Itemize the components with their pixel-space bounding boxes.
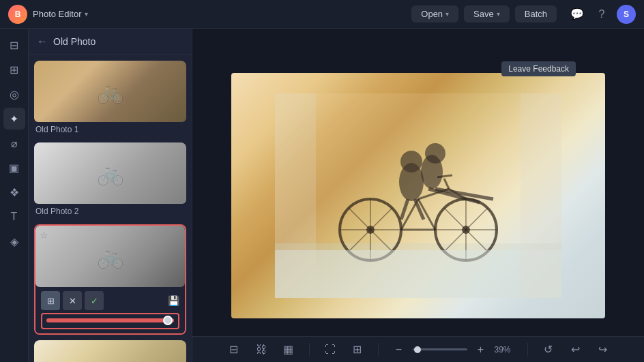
sidebar-back-button[interactable]: ←	[37, 35, 48, 48]
preset-label-2: Old Photo 2	[34, 204, 186, 219]
undo-button[interactable]: ↩	[566, 340, 585, 359]
app-logo: B	[8, 5, 27, 24]
layers-button[interactable]: ⊟	[224, 340, 244, 359]
nav-adjustments-button[interactable]: ⊞	[3, 59, 25, 80]
intensity-slider-track[interactable]	[46, 318, 174, 322]
canvas-area: Leave Feedback	[192, 29, 644, 362]
svg-rect-29	[275, 250, 561, 298]
crop-fit-button[interactable]: ⊞	[348, 340, 367, 359]
preset-item-4[interactable]: 🚲 Old Photo 4	[34, 340, 186, 362]
app-title-text: Photo Editor	[33, 9, 82, 19]
link-button[interactable]: ⛓	[252, 340, 271, 359]
edit-settings-button[interactable]: ⊞	[41, 291, 60, 310]
open-chevron-icon: ▾	[445, 10, 449, 18]
zoom-percent: 39%	[495, 345, 516, 355]
grid-button[interactable]: ▦	[279, 340, 298, 359]
zoom-out-button[interactable]: −	[390, 340, 409, 359]
thumb-content-2: 🚲	[34, 142, 186, 204]
feedback-tooltip: Leave Feedback	[501, 61, 576, 76]
nav-text-button[interactable]: T	[3, 206, 25, 228]
svg-rect-30	[275, 93, 316, 298]
edit-save-button[interactable]: 💾	[168, 295, 179, 306]
edit-confirm-button[interactable]: ✓	[85, 291, 104, 310]
save-button[interactable]: Save ▾	[464, 5, 510, 22]
app-title-btn[interactable]: Photo Editor ▾	[33, 9, 88, 19]
sidebar-list: 🚲 Old Photo 1 🚲 Old Photo 2 🚲 ☆	[29, 55, 192, 362]
zoom-slider-thumb	[414, 346, 421, 353]
thumb-content-3: 🚲	[35, 226, 185, 287]
svg-point-24	[425, 143, 445, 164]
preset-item-2[interactable]: 🚲 Old Photo 2	[34, 142, 186, 219]
nav-settings-button[interactable]: ◈	[3, 230, 25, 252]
title-chevron-icon: ▾	[85, 10, 88, 18]
bottombar: ⊟ ⛓ ▦ ⛶ ⊞ − + 39% ↺ ↩ ↪	[192, 336, 644, 362]
sidebar-header: ← Old Photo	[29, 29, 192, 55]
main-layout: ⊟ ⊞ ◎ ✦ ⌀ ▣ ❖ T ◈ ← Old Photo 🚲 Old Phot…	[0, 29, 644, 362]
thumb-content-4: 🚲	[34, 340, 186, 362]
zoom-slider[interactable]	[413, 348, 467, 350]
nav-preview-button[interactable]: ◎	[3, 83, 25, 105]
canvas-svg	[275, 93, 561, 298]
edit-toolbar: ⊞ ✕ ✓ 💾	[35, 287, 185, 333]
intensity-slider-wrapper	[41, 313, 179, 329]
sidebar: ← Old Photo 🚲 Old Photo 1 🚲 Old Photo 2	[29, 29, 192, 362]
topbar: B Photo Editor ▾ Open ▾ Save ▾ Batch 💬 ?…	[0, 0, 644, 29]
fit-button[interactable]: ⛶	[321, 340, 340, 359]
sidebar-title: Old Photo	[53, 36, 96, 47]
batch-button[interactable]: Batch	[515, 5, 557, 22]
nav-effects-button[interactable]: ✦	[3, 108, 25, 130]
preset-label-1: Old Photo 1	[34, 122, 186, 137]
reset-button[interactable]: ↺	[539, 340, 558, 359]
svg-point-20	[400, 151, 422, 172]
save-chevron-icon: ▾	[497, 10, 500, 18]
icon-nav: ⊟ ⊞ ◎ ✦ ⌀ ▣ ❖ T ◈	[0, 29, 29, 362]
favorite-button-3[interactable]: ☆	[40, 230, 48, 241]
edit-cancel-button[interactable]: ✕	[63, 291, 82, 310]
intensity-slider-thumb[interactable]	[163, 316, 173, 325]
preset-thumbnail-1: 🚲	[34, 61, 186, 122]
preset-item-3[interactable]: 🚲 ☆ ⊞ ✕ ✓ 💾	[34, 224, 186, 335]
thumb-content-1: 🚲	[34, 61, 186, 122]
messages-icon-button[interactable]: 💬	[568, 5, 587, 24]
nav-shapes-button[interactable]: ❖	[3, 181, 25, 203]
zoom-controls: − + 39%	[390, 340, 516, 359]
preset-thumbnail-4: 🚲	[34, 340, 186, 362]
preset-thumbnail-3: 🚲	[35, 226, 185, 287]
zoom-in-button[interactable]: +	[471, 340, 491, 359]
canvas-image[interactable]	[231, 73, 605, 318]
help-icon-button[interactable]: ?	[592, 5, 611, 24]
redo-button[interactable]: ↪	[594, 340, 613, 359]
open-button[interactable]: Open ▾	[411, 5, 458, 22]
topbar-icons: 💬 ? S	[568, 5, 636, 24]
nav-frames-button[interactable]: ▣	[3, 157, 25, 179]
preset-item-1[interactable]: 🚲 Old Photo 1	[34, 61, 186, 137]
nav-paint-button[interactable]: ⌀	[3, 132, 25, 154]
svg-rect-31	[521, 93, 561, 298]
user-avatar[interactable]: S	[617, 5, 636, 24]
edit-icons: ⊞ ✕ ✓	[41, 291, 104, 310]
canvas-figure-overlay	[231, 73, 605, 318]
edit-toolbar-top: ⊞ ✕ ✓ 💾	[41, 291, 179, 310]
nav-layers-button[interactable]: ⊟	[3, 34, 25, 56]
preset-thumbnail-2: 🚲	[34, 142, 186, 204]
